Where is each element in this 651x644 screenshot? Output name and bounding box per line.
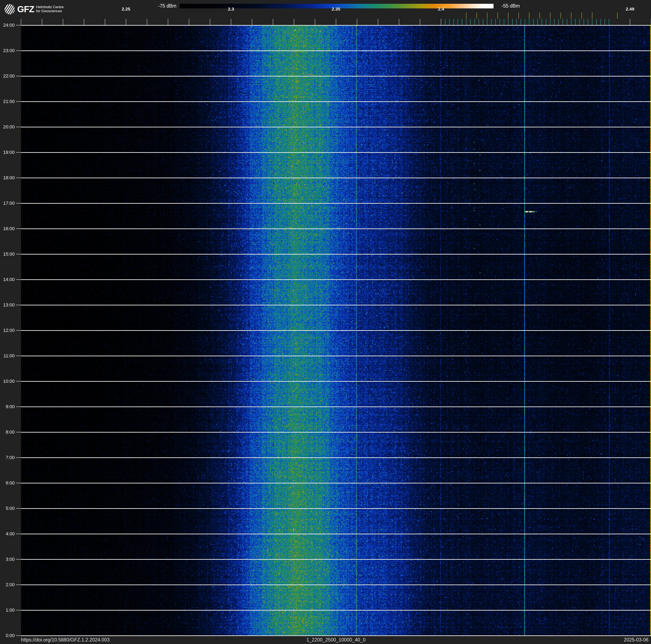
hour-label: 1:00 [0,608,15,613]
hour-label: 7:00 [0,455,15,460]
bluetooth-channel-tick [567,19,567,25]
freq-tick [231,19,231,25]
wifi-channel-tick [582,12,582,19]
bluetooth-channel-tick [592,19,592,25]
bluetooth-channel-tick [474,19,475,25]
hour-tick [16,101,21,102]
bluetooth-channel-tick [537,19,538,25]
hour-tick [16,534,21,534]
bluetooth-channel-tick [575,19,576,25]
bluetooth-channel-tick [588,19,588,25]
hour-tick [16,127,21,127]
bluetooth-channel-tick [487,19,488,25]
hour-label: 12:00 [0,328,15,333]
bluetooth-channel-tick [563,19,563,25]
bluetooth-channel-tick [579,19,580,25]
wifi-channel-tick [519,12,519,19]
bluetooth-channel-tick [495,19,496,25]
hour-label: 13:00 [0,302,15,308]
hour-label: 0:00 [0,633,15,638]
bluetooth-channel-tick [600,19,601,25]
hour-label: 19:00 [0,150,15,155]
dataset-id: 1_2200_2500_10000_40_0 [273,637,399,643]
hour-tick [16,229,21,229]
bluetooth-channel-tick [500,19,500,25]
wifi-channel-tick [617,12,618,19]
bluetooth-channel-tick [517,19,517,25]
hour-label: 16:00 [0,226,15,231]
hour-tick [16,635,21,636]
hour-tick [16,279,21,280]
bluetooth-channel-tick [512,19,513,25]
bluetooth-channel-tick [521,19,521,25]
freq-tick-label: 2.49 [621,6,640,11]
freq-tick [21,19,21,25]
bluetooth-channel-tick [466,19,466,25]
bluetooth-channel-tick [546,19,546,25]
freq-tick [252,19,252,25]
freq-tick [378,19,378,25]
doi-link[interactable]: https://doi.org/10.5880/GFZ.1.2.2024.003 [21,637,110,643]
colorbar-max-label: -55 dBm [501,3,520,9]
freq-tick [105,19,105,25]
freq-tick [336,19,336,25]
hour-tick [16,305,21,305]
hour-tick [16,25,21,25]
hour-tick [16,407,21,407]
hour-label: 2:00 [0,582,15,587]
freq-tick [168,19,168,25]
wifi-channel-tick [560,12,561,19]
hour-tick [16,381,21,381]
bluetooth-channel-tick [458,19,458,25]
colorbar-gradient [180,4,494,8]
bluetooth-channel-tick [449,19,450,25]
bluetooth-channel-tick [558,19,559,25]
bluetooth-channel-tick [454,19,454,25]
bluetooth-channel-tick [584,19,584,25]
wifi-channel-tick [571,12,571,19]
bluetooth-channel-tick [529,19,529,25]
freq-tick [147,19,147,25]
hour-label: 17:00 [0,201,15,206]
bluetooth-channel-tick [604,19,605,25]
bluetooth-channel-tick [525,19,525,25]
hour-label: 8:00 [0,430,15,435]
freq-tick [441,19,441,25]
bluetooth-channel-tick [445,19,445,25]
hour-label: 10:00 [0,379,15,384]
gfz-globe-icon [4,4,15,14]
bluetooth-channel-tick [541,19,542,25]
wifi-channel-tick [476,12,477,19]
freq-tick [315,19,315,25]
hour-tick [16,585,21,585]
bluetooth-channel-tick [554,19,555,25]
hour-label: 5:00 [0,506,15,511]
hour-label: 18:00 [0,175,15,180]
hour-tick [16,76,21,76]
logo-tagline: Helmholtz Centre for Geosciences [36,5,64,13]
wifi-channel-tick [508,12,508,19]
hour-label: 21:00 [0,99,15,104]
hour-tick [16,356,21,356]
wifi-channel-tick [466,12,466,19]
freq-tick [294,19,294,25]
date-label: 2025-03-06 [624,637,649,643]
hour-tick [16,508,21,509]
wifi-channel-tick [539,12,540,19]
hour-label: 3:00 [0,557,15,562]
logo-brand: GFZ [17,4,34,14]
bluetooth-channel-tick [504,19,504,25]
hour-label: 9:00 [0,404,15,409]
hour-tick [16,203,21,203]
hour-label: 22:00 [0,74,15,79]
hour-tick [16,178,21,178]
wifi-channel-tick [592,12,592,19]
hour-tick [16,559,21,559]
bluetooth-channel-tick [483,19,483,25]
hour-label: 14:00 [0,277,15,282]
hour-tick [16,483,21,483]
freq-tick [189,19,189,25]
freq-tick [399,19,399,25]
bluetooth-channel-tick [470,19,471,25]
wifi-channel-tick [529,12,529,19]
